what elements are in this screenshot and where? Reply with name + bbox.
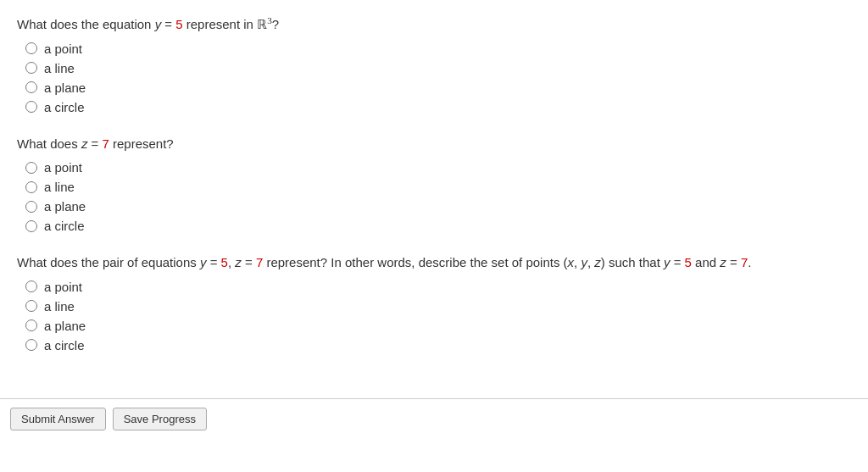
var-z-2: z [81,136,88,151]
question-block-1: What does the equation y = 5 represent i… [17,14,851,114]
option-row-1-2: a line [25,61,851,75]
option-label-q3-circle[interactable]: a circle [44,338,85,353]
radio-q1-line[interactable] [25,62,37,74]
page-container: What does the equation y = 5 represent i… [0,0,868,390]
radio-q3-circle[interactable] [25,339,37,351]
radio-q2-plane[interactable] [25,201,37,213]
option-row-3-4: a circle [25,338,851,353]
radio-q3-line[interactable] [25,300,37,312]
option-row-2-2: a line [25,180,851,194]
question-text-2: What does z = 7 represent? [17,135,851,154]
radio-q1-circle[interactable] [25,101,37,113]
option-label-q2-point[interactable]: a point [44,160,82,175]
var-y-3: y [200,255,207,269]
val-7-3: 7 [256,255,263,269]
submit-answer-button[interactable]: Submit Answer [10,408,106,430]
radio-q2-line[interactable] [25,181,37,193]
option-label-q1-line[interactable]: a line [44,61,75,75]
radio-q2-circle[interactable] [25,220,37,232]
option-row-1-1: a point [25,42,851,56]
radio-q1-point[interactable] [25,42,37,54]
radio-q1-plane[interactable] [25,81,37,93]
option-label-q1-point[interactable]: a point [44,42,82,56]
option-row-1-4: a circle [25,100,851,114]
var-z-3: z [235,255,242,269]
option-label-q3-point[interactable]: a point [44,280,82,294]
option-row-2-4: a circle [25,219,851,233]
option-label-q1-plane[interactable]: a plane [44,81,86,95]
option-row-3-2: a line [25,299,851,314]
option-label-q3-line[interactable]: a line [44,299,75,314]
question-text-1: What does the equation y = 5 represent i… [17,14,851,35]
radio-q2-point[interactable] [25,162,37,174]
r3-symbol: ℝ3 [257,18,272,31]
question-block-3: What does the pair of equations y = 5, z… [17,253,851,353]
footer-bar: Submit Answer Save Progress [0,398,868,439]
option-label-q3-plane[interactable]: a plane [44,319,86,333]
option-row-3-3: a plane [25,319,851,333]
val-7-2: 7 [102,136,108,151]
question-text-3: What does the pair of equations y = 5, z… [17,253,851,273]
option-label-q1-circle[interactable]: a circle [44,100,85,114]
option-row-2-3: a plane [25,199,851,214]
option-label-q2-circle[interactable]: a circle [44,219,85,233]
radio-q3-plane[interactable] [25,319,37,331]
val-5-3: 5 [221,255,228,269]
var-y-1: y [155,17,162,31]
option-label-q2-plane[interactable]: a plane [44,199,86,214]
option-row-2-1: a point [25,160,851,175]
val-5-1: 5 [175,17,182,31]
option-row-3-1: a point [25,280,851,294]
question-block-2: What does z = 7 represent? a point a lin… [17,135,851,234]
option-row-1-3: a plane [25,81,851,95]
save-progress-button[interactable]: Save Progress [113,408,207,430]
option-label-q2-line[interactable]: a line [44,180,75,194]
radio-q3-point[interactable] [25,280,37,292]
